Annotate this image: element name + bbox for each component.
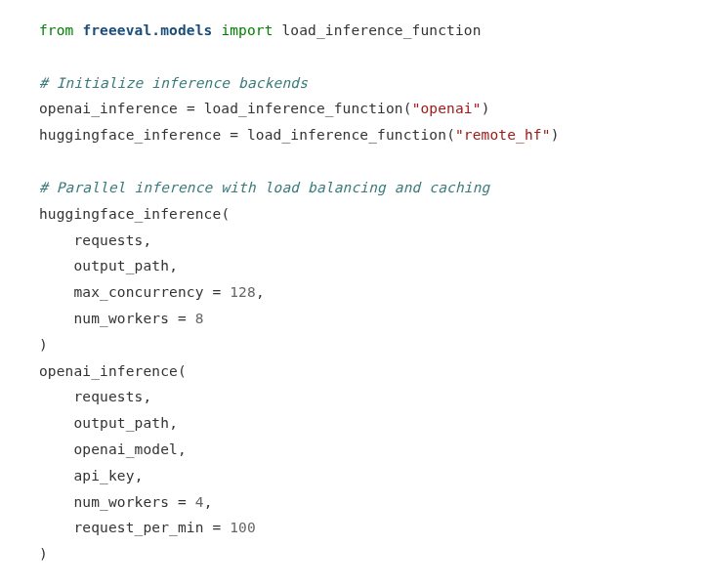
open-paren: ( — [403, 101, 412, 116]
function-call: load_inference_function — [247, 127, 446, 143]
argument: requests — [74, 232, 144, 248]
variable-name: openai_inference — [39, 101, 178, 116]
close-paren: ) — [39, 546, 48, 562]
argument: api_key — [74, 468, 135, 483]
keyword-from: from — [39, 22, 74, 38]
module-path: freeeval.models — [82, 22, 212, 38]
string-literal: "openai" — [412, 101, 482, 116]
function-call: huggingface_inference — [39, 206, 221, 222]
assign-op: = — [213, 284, 222, 300]
assign-op: = — [178, 494, 187, 510]
assign-op: = — [178, 311, 187, 326]
kwarg-key: num_workers — [74, 311, 170, 326]
argument: requests — [74, 389, 144, 404]
function-call: load_inference_function — [204, 101, 403, 116]
kwarg-key: request_per_min — [74, 520, 204, 535]
number-literal: 128 — [230, 284, 256, 300]
kwarg-key: num_workers — [74, 494, 170, 510]
close-paren: ) — [551, 127, 560, 143]
number-literal: 100 — [230, 520, 256, 535]
argument: openai_model — [74, 441, 179, 457]
variable-name: huggingface_inference — [39, 127, 221, 143]
open-paren: ( — [446, 127, 455, 143]
assign-op: = — [213, 520, 222, 535]
keyword-import: import — [221, 22, 273, 38]
string-literal: "remote_hf" — [455, 127, 551, 143]
assign-op: = — [230, 127, 238, 143]
comment-line: # Initialize inference backends — [39, 75, 308, 91]
argument: output_path — [74, 258, 170, 273]
number-literal: 4 — [195, 494, 204, 510]
argument: output_path — [74, 415, 170, 431]
kwarg-key: max_concurrency — [74, 284, 204, 300]
open-paren: ( — [221, 206, 230, 222]
comment-line: # Parallel inference with load balancing… — [39, 180, 490, 195]
number-literal: 8 — [195, 311, 204, 326]
open-paren: ( — [178, 363, 187, 379]
assign-op: = — [187, 101, 195, 116]
imported-name: load_inference_function — [282, 22, 482, 38]
close-paren: ) — [39, 337, 48, 353]
function-call: openai_inference — [39, 363, 178, 379]
code-snippet: from freeeval.models import load_inferen… — [39, 18, 676, 567]
close-paren: ) — [482, 101, 490, 116]
